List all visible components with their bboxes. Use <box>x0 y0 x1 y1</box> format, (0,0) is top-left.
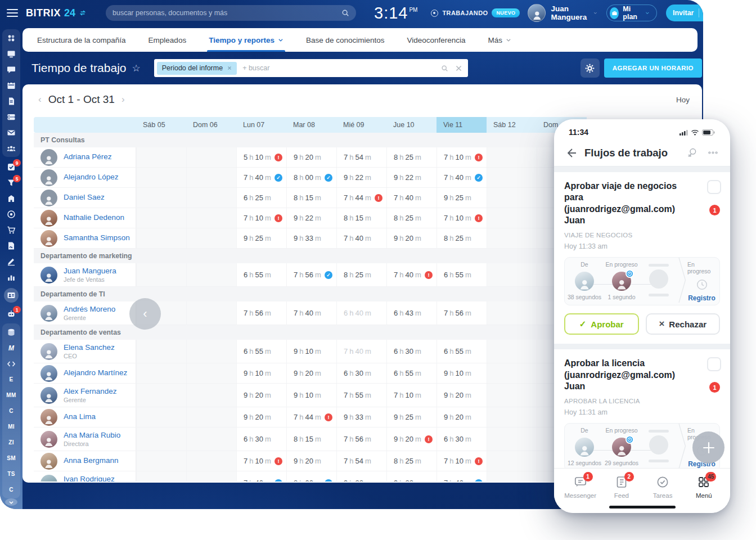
time-cell[interactable] <box>487 208 537 228</box>
tab-tiempo-y-reportes[interactable]: Tiempo y reportes <box>209 28 284 52</box>
time-cell[interactable]: 7h40m <box>336 340 386 363</box>
time-cell[interactable]: 7h10m <box>386 384 436 407</box>
employee-name-link[interactable]: Ana Lima <box>64 412 96 422</box>
time-cell[interactable] <box>186 363 236 383</box>
time-cell[interactable]: 7h56m <box>336 428 386 451</box>
tab-estructura-de-la-compa-a[interactable]: Estructura de la compañía <box>37 28 126 52</box>
chip-close-icon[interactable] <box>227 66 232 70</box>
prev-period-icon[interactable]: ‹ <box>35 94 45 105</box>
sidebar-document-icon[interactable] <box>6 96 16 106</box>
time-cell[interactable] <box>136 228 186 248</box>
time-cell[interactable]: 6h43m <box>386 302 436 325</box>
hamburger-menu-icon[interactable] <box>7 9 18 17</box>
time-cell[interactable]: 8h25m <box>386 147 436 167</box>
sidebar-app-c[interactable]: C <box>6 485 16 494</box>
more-options-icon[interactable] <box>707 147 719 159</box>
employee-name-link[interactable]: Alex Fernandez <box>64 387 117 397</box>
time-cell[interactable]: 9h22m <box>336 168 386 187</box>
next-period-icon[interactable]: › <box>118 94 128 105</box>
time-cell[interactable] <box>487 407 537 427</box>
time-cell[interactable]: 9h20m <box>236 384 286 407</box>
work-clock[interactable]: 3:14PM <box>374 4 417 22</box>
sidebar-app-e[interactable]: E <box>6 375 16 384</box>
time-cell[interactable]: 9h20m <box>286 147 336 167</box>
time-cell[interactable] <box>136 471 186 482</box>
time-cell[interactable]: 7h40m✓ <box>236 471 286 482</box>
time-cell[interactable] <box>136 263 186 286</box>
time-cell[interactable]: 8h15m <box>336 208 386 228</box>
time-cell[interactable]: 7h54m <box>336 147 386 167</box>
time-cell[interactable] <box>186 208 236 228</box>
time-cell[interactable]: 9h33m <box>286 228 336 248</box>
day-column-header[interactable]: Lun 07 <box>236 117 286 133</box>
time-cell[interactable]: 9h20m <box>436 407 487 427</box>
global-search-input[interactable]: buscar personas, documentos y más <box>106 5 356 21</box>
time-cell[interactable]: 7h40m <box>336 228 386 248</box>
time-cell[interactable]: 7h40m✓ <box>236 168 286 187</box>
time-cell[interactable]: 7h40m✓ <box>436 471 487 482</box>
tab-empleados[interactable]: Empleados <box>148 28 187 52</box>
workflow-checkbox[interactable] <box>707 180 721 194</box>
time-cell[interactable]: 7h56m <box>236 302 286 325</box>
log-link[interactable]: Registro <box>688 294 716 302</box>
collapse-employees-handle[interactable]: ‹ <box>129 298 161 330</box>
employee-cell[interactable]: Samantha Simpson <box>34 228 136 248</box>
time-cell[interactable] <box>487 384 537 407</box>
tab-videoconferencia[interactable]: Videoconferencia <box>407 28 466 52</box>
employee-cell[interactable]: Juan MangueraJefe de Ventas <box>34 263 136 286</box>
sidebar-pinwheel-icon[interactable] <box>6 33 16 43</box>
add-schedule-button[interactable]: AGREGAR UN HORARIO <box>604 58 702 78</box>
employee-cell[interactable]: Daniel Saez <box>34 188 136 208</box>
home-indicator[interactable] <box>609 506 676 508</box>
sidebar-monitor-icon[interactable] <box>6 49 16 58</box>
day-column-header[interactable]: Sáb 05 <box>136 117 186 133</box>
day-column-header[interactable]: Dom 06 <box>186 117 236 133</box>
today-button[interactable]: Hoy <box>676 96 690 104</box>
sidebar-app-ts[interactable]: TS <box>6 469 16 479</box>
invite-button[interactable]: Invitar <box>666 4 703 21</box>
phone-nav-messenger[interactable]: 1Messenger <box>562 475 598 513</box>
employee-cell[interactable]: Ivan RodriguezDirector, Gerente <box>34 471 136 482</box>
sidebar-stack-icon[interactable] <box>6 327 16 337</box>
settings-button[interactable] <box>580 58 600 78</box>
time-cell[interactable] <box>186 451 236 471</box>
time-cell[interactable]: 7h40m✓ <box>436 168 487 187</box>
day-column-header[interactable]: Mar 08 <box>286 117 336 133</box>
sidebar-sign-doc-icon[interactable] <box>6 241 16 250</box>
time-cell[interactable]: 7h10m! <box>436 147 487 167</box>
time-cell[interactable]: 6h55m <box>236 340 286 363</box>
time-cell[interactable] <box>487 302 537 325</box>
time-cell[interactable]: 6h30m <box>386 340 436 363</box>
time-cell[interactable]: 5h10m! <box>236 147 286 167</box>
time-cell[interactable] <box>136 147 186 167</box>
sidebar-app-sm[interactable]: SM <box>6 453 16 463</box>
bitrix24-logo[interactable]: BITRIX 24 <box>26 7 98 19</box>
time-cell[interactable] <box>487 340 537 363</box>
search-documents-icon[interactable] <box>686 147 698 159</box>
time-cell[interactable] <box>487 188 537 208</box>
time-cell[interactable]: 6h30m <box>436 428 487 451</box>
time-cell[interactable]: 7h10m! <box>236 451 286 471</box>
time-cell[interactable]: 6h25m <box>236 188 286 208</box>
time-cell[interactable]: 7h56m <box>436 302 487 325</box>
employee-cell[interactable]: Adriana Pérez <box>34 147 136 167</box>
time-cell[interactable]: 6h55m <box>436 263 487 286</box>
time-cell[interactable] <box>186 168 236 187</box>
time-cell[interactable] <box>186 302 236 325</box>
sidebar-mail-icon[interactable] <box>6 128 16 137</box>
sidebar-chat-icon[interactable] <box>6 65 16 74</box>
sidebar-bar-chart-icon[interactable] <box>6 272 16 282</box>
time-cell[interactable] <box>136 208 186 228</box>
sidebar-funnel-icon[interactable]: 5 <box>6 178 16 187</box>
time-cell[interactable]: 8h25m <box>386 451 436 471</box>
time-cell[interactable] <box>136 168 186 187</box>
filter-chip[interactable]: Periodo del informe <box>157 62 237 75</box>
sidebar-drive-icon[interactable] <box>6 112 16 122</box>
day-column-header[interactable]: Sáb 12 <box>487 117 537 133</box>
time-cell[interactable]: 9h20m <box>436 384 487 407</box>
time-cell[interactable]: 9h20m <box>286 451 336 471</box>
time-cell[interactable]: 7h10m! <box>236 208 286 228</box>
time-cell[interactable]: 9h20m <box>286 363 336 383</box>
employee-name-link[interactable]: Juan Manguera <box>64 267 116 276</box>
time-cell[interactable]: 7h10m! <box>436 208 487 228</box>
